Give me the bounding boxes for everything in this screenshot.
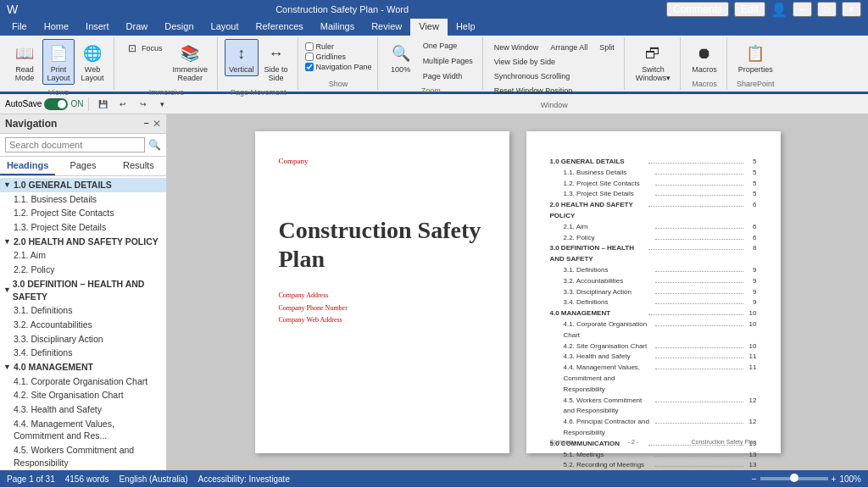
nav-item[interactable]: ▼4.0 MANAGEMENT — [0, 360, 166, 374]
maximize-button[interactable]: □ — [817, 2, 837, 17]
zoom-slider[interactable] — [760, 477, 828, 480]
toc-text: 5.2. Recording of Meetings — [564, 460, 652, 470]
navigation-panel: Navigation − ✕ 🔍 Headings Pages Results … — [0, 114, 167, 470]
multiple-pages-button[interactable]: Multiple Pages — [419, 54, 477, 68]
page-width-button[interactable]: Page Width — [419, 69, 477, 83]
nav-item[interactable]: 3.3. Disciplinary Action — [0, 332, 166, 347]
nav-tab-pages[interactable]: Pages — [55, 157, 110, 175]
close-button[interactable]: × — [842, 2, 861, 17]
one-page-button[interactable]: One Page — [419, 39, 477, 53]
comments-button[interactable]: Comments — [666, 2, 729, 17]
tab-insert[interactable]: Insert — [77, 19, 118, 36]
tab-draw[interactable]: Draw — [118, 19, 157, 36]
immersive-reader-button[interactable]: 📚 ImmersiveReader — [169, 39, 213, 85]
tab-review[interactable]: Review — [363, 19, 410, 36]
edit-button[interactable]: Edit — [734, 2, 765, 17]
nav-item[interactable]: 2.1. Aim — [0, 248, 166, 263]
nav-item[interactable]: 1.3. Project Site Details — [0, 220, 166, 235]
expand-icon: ▼ — [3, 285, 13, 296]
navigation-pane-checkbox[interactable]: Navigation Pane — [305, 63, 372, 71]
nav-item[interactable]: 4.1. Corporate Organisation Chart — [0, 374, 166, 389]
split-button[interactable]: Split — [595, 41, 619, 54]
autosave-toggle[interactable]: AutoSave ON — [5, 98, 83, 110]
nav-item[interactable]: 3.2. Accountabilities — [0, 318, 166, 332]
tab-view[interactable]: View — [410, 19, 448, 36]
navigation-pane-input[interactable] — [305, 63, 314, 71]
tab-help[interactable]: Help — [448, 19, 484, 36]
toc-entry: 3.2. Accountabilities 9 — [550, 276, 757, 287]
nav-item[interactable]: 1.2. Project Site Contacts — [0, 206, 166, 220]
toc-entry: 5.1. Meetings 13 — [550, 450, 757, 461]
macros-button[interactable]: ⏺ Macros — [687, 39, 721, 76]
tab-mailings[interactable]: Mailings — [312, 19, 363, 36]
nav-collapse-icon[interactable]: − — [144, 118, 149, 130]
nav-search-button[interactable]: 🔍 — [148, 139, 161, 151]
nav-close-button[interactable]: ✕ — [153, 118, 161, 130]
toc-entry: 4.0 MANAGEMENT 10 — [550, 308, 757, 319]
cover-address-line: Company Address — [279, 290, 486, 302]
ruler-checkbox[interactable]: Ruler — [305, 42, 335, 51]
new-window-button[interactable]: New Window — [490, 41, 543, 54]
synchronous-scrolling-button[interactable]: Synchronous Scrolling — [490, 69, 619, 83]
read-mode-button[interactable]: 📖 ReadMode — [8, 39, 41, 85]
toc-text: 1.2. Project Site Contacts — [564, 179, 652, 190]
immersive-reader-icon: 📚 — [178, 42, 202, 65]
redo-button[interactable]: ↪ — [136, 97, 153, 111]
gridlines-input[interactable] — [305, 53, 314, 61]
zoom-in-button[interactable]: + — [832, 474, 837, 484]
nav-item[interactable]: 4.3. Health and Safety — [0, 402, 166, 417]
toc-section-num: 2.0 — [550, 201, 559, 208]
nav-item[interactable]: 4.4. Management Values, Commitment and R… — [0, 417, 166, 443]
autosave-switch[interactable] — [44, 98, 68, 110]
nav-tab-headings[interactable]: Headings — [0, 157, 55, 175]
print-layout-button[interactable]: 📄 PrintLayout — [42, 39, 75, 85]
nav-item[interactable]: 4.5. Workers Commitment and Responsibili… — [0, 443, 166, 469]
undo-button[interactable]: ↩ — [115, 97, 132, 111]
side-to-side-button[interactable]: ↔ Side toSide — [260, 39, 292, 85]
properties-button[interactable]: 📋 Properties — [734, 39, 777, 76]
toc-text: 5.1. Meetings — [564, 450, 652, 461]
vertical-button[interactable]: ↕ Vertical — [225, 39, 259, 76]
tab-file[interactable]: File — [3, 19, 36, 36]
cover-title: Construction Safety Plan — [279, 216, 486, 273]
nav-tab-results[interactable]: Results — [111, 157, 166, 175]
nav-item[interactable]: 3.4. Definitions — [0, 346, 166, 360]
nav-item[interactable]: ▼3.0 DEFINITION – HEALTH AND SAFETY — [0, 277, 166, 303]
focus-button[interactable]: ⊡ Focus — [121, 39, 167, 58]
toc-page-num: 12 — [747, 396, 757, 407]
nav-search-input[interactable] — [5, 137, 145, 152]
nav-item[interactable]: 4.6. Principal Contractor and Responsibi… — [0, 469, 166, 470]
view-side-by-side-button[interactable]: View Side by Side — [490, 55, 619, 69]
nav-item[interactable]: ▼1.0 GENERAL DETAILS — [0, 178, 166, 192]
nav-item[interactable]: 2.2. Policy — [0, 263, 166, 277]
zoom-out-button[interactable]: − — [752, 474, 757, 484]
nav-item[interactable]: 4.2. Site Organisation Chart — [0, 388, 166, 402]
save-button[interactable]: 💾 — [94, 97, 112, 111]
toc-section-num: 2.1. — [564, 223, 575, 230]
ruler-input[interactable] — [305, 42, 314, 51]
zoom-button[interactable]: 🔍 100% — [385, 39, 417, 76]
web-layout-button[interactable]: 🌐 WebLayout — [76, 39, 108, 85]
tab-home[interactable]: Home — [36, 19, 77, 36]
nav-item[interactable]: ▼2.0 HEALTH AND SAFETY POLICY — [0, 235, 166, 249]
gridlines-checkbox[interactable]: Gridlines — [305, 53, 347, 61]
views-group-label: Views — [48, 86, 69, 97]
nav-item[interactable]: 3.1. Definitions — [0, 303, 166, 318]
side-to-side-label: Side toSide — [264, 65, 288, 82]
nav-item[interactable]: 1.1. Business Details — [0, 192, 166, 207]
reset-window-position-button[interactable]: Reset Window Position — [490, 84, 619, 97]
arrange-all-button[interactable]: Arrange All — [546, 41, 592, 54]
toc-page-num: 5 — [747, 189, 757, 200]
switch-windows-button[interactable]: 🗗 SwitchWindows▾ — [632, 39, 676, 85]
toc-text: 3.2. Accountabilities — [564, 276, 652, 287]
minimize-button[interactable]: − — [793, 2, 812, 17]
document-area[interactable]: Company Construction Safety Plan Company… — [167, 114, 868, 470]
tab-references[interactable]: References — [248, 19, 312, 36]
customize-button[interactable]: ▾ — [156, 97, 173, 111]
toc-dots — [655, 423, 743, 424]
autosave-label: AutoSave — [5, 99, 42, 108]
toc-section-num: 1.2. — [564, 180, 575, 187]
switch-windows-label: SwitchWindows▾ — [636, 65, 671, 82]
tab-design[interactable]: Design — [156, 19, 202, 36]
tab-layout[interactable]: Layout — [203, 19, 248, 36]
